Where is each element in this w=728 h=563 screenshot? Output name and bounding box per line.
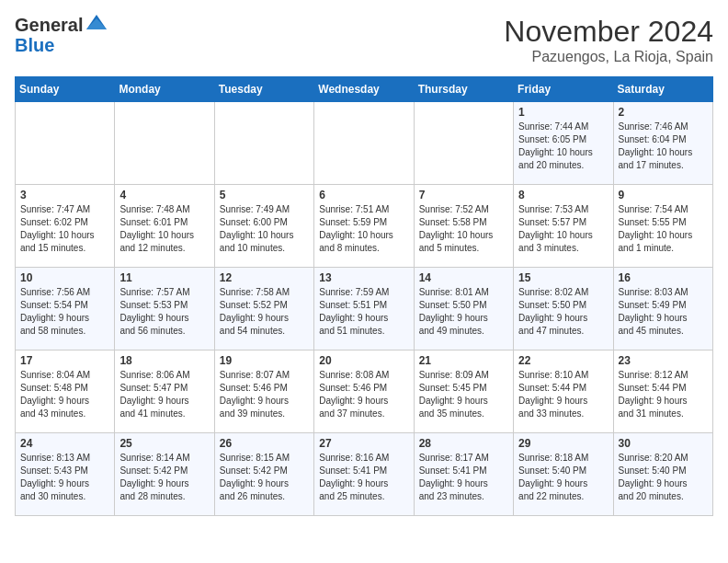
day-number: 8 <box>518 189 608 201</box>
svg-marker-1 <box>86 18 107 29</box>
day-info: Sunrise: 7:47 AM Sunset: 6:02 PM Dayligh… <box>20 203 109 255</box>
calendar-cell: 23Sunrise: 8:12 AM Sunset: 5:44 PM Dayli… <box>613 350 712 433</box>
location-subtitle: Pazuengos, La Rioja, Spain <box>504 49 713 65</box>
calendar-cell: 6Sunrise: 7:51 AM Sunset: 5:59 PM Daylig… <box>314 185 414 268</box>
calendar-cell: 17Sunrise: 8:04 AM Sunset: 5:48 PM Dayli… <box>16 350 115 433</box>
day-number: 4 <box>119 189 209 201</box>
day-number: 6 <box>319 189 408 201</box>
day-number: 21 <box>419 354 508 367</box>
day-number: 18 <box>119 354 209 367</box>
calendar-cell <box>414 102 513 185</box>
calendar-cell: 11Sunrise: 7:57 AM Sunset: 5:53 PM Dayli… <box>115 268 214 350</box>
day-info: Sunrise: 7:59 AM Sunset: 5:51 PM Dayligh… <box>319 286 408 338</box>
day-info: Sunrise: 8:20 AM Sunset: 5:40 PM Dayligh… <box>619 452 708 503</box>
day-number: 5 <box>220 189 309 201</box>
day-number: 13 <box>319 271 408 284</box>
calendar-cell: 9Sunrise: 7:54 AM Sunset: 5:55 PM Daylig… <box>613 185 712 268</box>
calendar-cell: 25Sunrise: 8:14 AM Sunset: 5:42 PM Dayli… <box>115 433 214 516</box>
day-number: 2 <box>619 106 708 119</box>
calendar-cell: 2Sunrise: 7:46 AM Sunset: 6:04 PM Daylig… <box>613 102 712 185</box>
calendar-cell: 28Sunrise: 8:17 AM Sunset: 5:41 PM Dayli… <box>414 433 513 516</box>
calendar-cell: 13Sunrise: 7:59 AM Sunset: 5:51 PM Dayli… <box>314 268 414 350</box>
calendar-cell: 7Sunrise: 7:52 AM Sunset: 5:58 PM Daylig… <box>414 185 513 268</box>
logo-icon <box>85 11 108 35</box>
day-info: Sunrise: 8:12 AM Sunset: 5:44 PM Dayligh… <box>619 369 708 420</box>
calendar-cell: 1Sunrise: 7:44 AM Sunset: 6:05 PM Daylig… <box>514 102 613 185</box>
calendar-cell: 26Sunrise: 8:15 AM Sunset: 5:42 PM Dayli… <box>214 433 313 516</box>
calendar-cell <box>16 102 115 185</box>
calendar-week-row: 10Sunrise: 7:56 AM Sunset: 5:54 PM Dayli… <box>16 268 713 350</box>
page-header: General Blue November 2024 Pazuengos, La… <box>15 15 713 65</box>
day-info: Sunrise: 8:18 AM Sunset: 5:40 PM Dayligh… <box>518 452 608 503</box>
day-info: Sunrise: 8:14 AM Sunset: 5:42 PM Dayligh… <box>119 452 209 503</box>
month-title: November 2024 <box>504 15 713 49</box>
calendar-cell: 5Sunrise: 7:49 AM Sunset: 6:00 PM Daylig… <box>214 185 313 268</box>
day-info: Sunrise: 8:16 AM Sunset: 5:41 PM Dayligh… <box>319 452 408 503</box>
calendar-week-row: 17Sunrise: 8:04 AM Sunset: 5:48 PM Dayli… <box>16 350 713 433</box>
calendar-cell: 27Sunrise: 8:16 AM Sunset: 5:41 PM Dayli… <box>314 433 414 516</box>
day-info: Sunrise: 8:08 AM Sunset: 5:46 PM Dayligh… <box>319 369 408 420</box>
day-number: 10 <box>20 271 109 284</box>
day-number: 28 <box>419 437 508 450</box>
day-info: Sunrise: 8:06 AM Sunset: 5:47 PM Dayligh… <box>119 369 209 420</box>
logo-general: General <box>15 15 83 35</box>
calendar-cell: 15Sunrise: 8:02 AM Sunset: 5:50 PM Dayli… <box>514 268 613 350</box>
day-info: Sunrise: 8:03 AM Sunset: 5:49 PM Dayligh… <box>619 286 708 338</box>
day-number: 22 <box>518 354 608 367</box>
logo-blue: Blue <box>15 35 108 55</box>
day-number: 9 <box>619 189 708 201</box>
day-info: Sunrise: 8:15 AM Sunset: 5:42 PM Dayligh… <box>220 452 309 503</box>
day-info: Sunrise: 7:56 AM Sunset: 5:54 PM Dayligh… <box>20 286 109 338</box>
weekday-header: Friday <box>514 77 613 102</box>
weekday-header: Thursday <box>414 77 513 102</box>
weekday-header: Saturday <box>613 77 712 102</box>
day-number: 16 <box>619 271 708 284</box>
calendar-cell: 14Sunrise: 8:01 AM Sunset: 5:50 PM Dayli… <box>414 268 513 350</box>
day-info: Sunrise: 8:01 AM Sunset: 5:50 PM Dayligh… <box>419 286 508 338</box>
calendar-cell: 20Sunrise: 8:08 AM Sunset: 5:46 PM Dayli… <box>314 350 414 433</box>
weekday-header-row: SundayMondayTuesdayWednesdayThursdayFrid… <box>16 77 713 102</box>
calendar-cell: 30Sunrise: 8:20 AM Sunset: 5:40 PM Dayli… <box>613 433 712 516</box>
weekday-header: Sunday <box>16 77 115 102</box>
day-info: Sunrise: 7:49 AM Sunset: 6:00 PM Dayligh… <box>220 203 309 255</box>
calendar-week-row: 3Sunrise: 7:47 AM Sunset: 6:02 PM Daylig… <box>16 185 713 268</box>
day-number: 17 <box>20 354 109 367</box>
calendar-cell <box>115 102 214 185</box>
calendar-cell: 12Sunrise: 7:58 AM Sunset: 5:52 PM Dayli… <box>214 268 313 350</box>
weekday-header: Tuesday <box>214 77 313 102</box>
day-info: Sunrise: 8:09 AM Sunset: 5:45 PM Dayligh… <box>419 369 508 420</box>
day-info: Sunrise: 7:48 AM Sunset: 6:01 PM Dayligh… <box>119 203 209 255</box>
day-info: Sunrise: 7:53 AM Sunset: 5:57 PM Dayligh… <box>518 203 608 255</box>
day-info: Sunrise: 8:17 AM Sunset: 5:41 PM Dayligh… <box>419 452 508 503</box>
day-info: Sunrise: 7:52 AM Sunset: 5:58 PM Dayligh… <box>419 203 508 255</box>
weekday-header: Wednesday <box>314 77 414 102</box>
day-info: Sunrise: 8:04 AM Sunset: 5:48 PM Dayligh… <box>20 369 109 420</box>
day-number: 14 <box>419 271 508 284</box>
day-number: 29 <box>518 437 608 450</box>
day-number: 25 <box>119 437 209 450</box>
title-section: November 2024 Pazuengos, La Rioja, Spain <box>504 15 713 65</box>
calendar-cell: 3Sunrise: 7:47 AM Sunset: 6:02 PM Daylig… <box>16 185 115 268</box>
day-number: 27 <box>319 437 408 450</box>
day-number: 30 <box>619 437 708 450</box>
day-number: 20 <box>319 354 408 367</box>
day-number: 19 <box>220 354 309 367</box>
day-number: 15 <box>518 271 608 284</box>
calendar-cell <box>314 102 414 185</box>
day-number: 3 <box>20 189 109 201</box>
day-info: Sunrise: 8:07 AM Sunset: 5:46 PM Dayligh… <box>220 369 309 420</box>
weekday-header: Monday <box>115 77 214 102</box>
day-info: Sunrise: 7:58 AM Sunset: 5:52 PM Dayligh… <box>220 286 309 338</box>
day-info: Sunrise: 8:02 AM Sunset: 5:50 PM Dayligh… <box>518 286 608 338</box>
day-info: Sunrise: 7:51 AM Sunset: 5:59 PM Dayligh… <box>319 203 408 255</box>
day-number: 23 <box>619 354 708 367</box>
calendar-table: SundayMondayTuesdayWednesdayThursdayFrid… <box>15 76 713 516</box>
calendar-cell: 21Sunrise: 8:09 AM Sunset: 5:45 PM Dayli… <box>414 350 513 433</box>
calendar-week-row: 24Sunrise: 8:13 AM Sunset: 5:43 PM Dayli… <box>16 433 713 516</box>
day-info: Sunrise: 7:57 AM Sunset: 5:53 PM Dayligh… <box>119 286 209 338</box>
day-number: 12 <box>220 271 309 284</box>
day-info: Sunrise: 8:13 AM Sunset: 5:43 PM Dayligh… <box>20 452 109 503</box>
calendar-cell: 19Sunrise: 8:07 AM Sunset: 5:46 PM Dayli… <box>214 350 313 433</box>
day-info: Sunrise: 7:54 AM Sunset: 5:55 PM Dayligh… <box>619 203 708 255</box>
day-info: Sunrise: 8:10 AM Sunset: 5:44 PM Dayligh… <box>518 369 608 420</box>
